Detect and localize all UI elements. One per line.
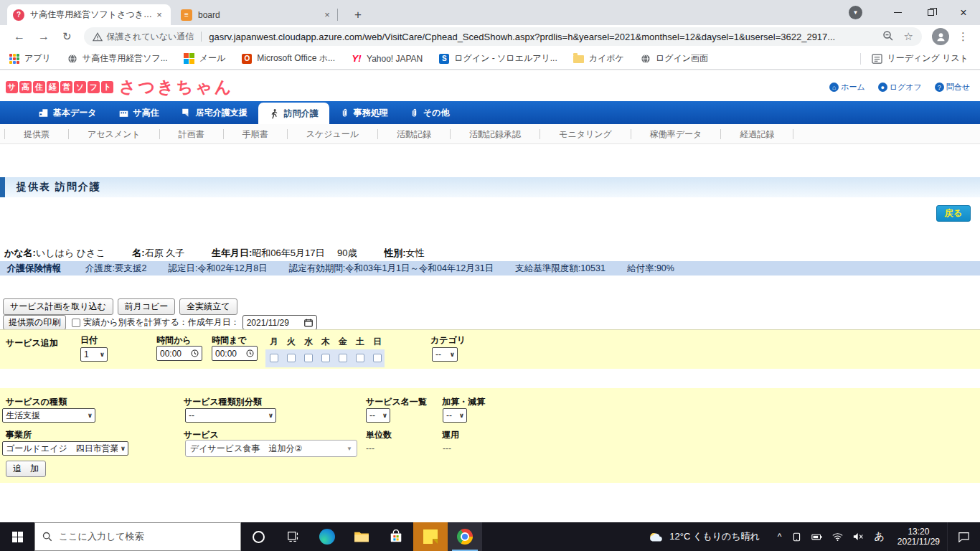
taskbar-search-input[interactable]: ここに入力して検索	[34, 522, 241, 551]
minimize-button[interactable]	[881, 0, 914, 25]
zoom-out-icon[interactable]	[882, 30, 894, 44]
cortana-button[interactable]	[241, 522, 275, 551]
created-date-input[interactable]: 2021/11/29	[242, 315, 317, 330]
weather-widget[interactable]: 12°C くもりのち晴れ	[648, 530, 760, 543]
print-button[interactable]: 提供票の印刷	[3, 315, 66, 330]
subnav-keikakiroku[interactable]: 経過記録	[721, 129, 793, 139]
sub-nav: 提供票 アセスメント 計画書 手順書 スケジュール 活動記録 活動記録承認 モニ…	[0, 124, 980, 144]
bookmark-apps[interactable]: アプリ	[9, 52, 51, 65]
subnav-monitoring[interactable]: モニタリング	[540, 129, 631, 139]
logoff-link[interactable]: ● ログオフ	[878, 82, 922, 93]
subnav-keikakusho[interactable]: 計画書	[160, 129, 224, 139]
reading-list-button[interactable]: リーディング リスト	[871, 52, 969, 65]
ime-indicator[interactable]: あ	[875, 530, 885, 543]
subnav-schedule[interactable]: スケジュール	[288, 129, 378, 139]
office-select[interactable]: ゴールドエイジ 四日市営業所 ∨	[2, 441, 128, 456]
url-text[interactable]: gasrv.japanwest.cloudapp.azure.com/web/V…	[209, 32, 876, 42]
subnav-kiroku-shonin[interactable]: 活動記録承認	[451, 129, 540, 139]
weekday-thu-checkbox[interactable]	[321, 354, 330, 362]
calc-checkbox[interactable]	[72, 319, 80, 327]
prev-month-copy-button[interactable]: 前月コピー	[118, 298, 176, 315]
add-button[interactable]: 追 加	[6, 461, 46, 477]
reload-icon[interactable]: ↻	[62, 30, 72, 43]
inquiry-link[interactable]: ? 問合せ	[935, 82, 970, 93]
bookmark-satsuki[interactable]: サ高住専用経営ソフ...	[67, 52, 168, 65]
name-value: 石原 久子	[145, 248, 185, 258]
file-explorer-button[interactable]	[344, 522, 379, 551]
browser-tab-active[interactable]: ? サ高住専用経営ソフトさつきちゃん ×	[7, 4, 171, 25]
weekday-mon-checkbox[interactable]	[270, 354, 278, 362]
close-button[interactable]: ×	[947, 0, 980, 25]
logo-square: フ	[88, 81, 100, 93]
chrome-button[interactable]	[448, 522, 482, 551]
not-secure-icon[interactable]	[93, 32, 103, 42]
subnav-tejunsho[interactable]: 手順書	[224, 129, 288, 139]
nav-home-care-support[interactable]: 居宅介護支援	[170, 101, 258, 124]
nav-sakoju[interactable]: サ高住	[108, 101, 170, 124]
security-label[interactable]: 保護されていない通信	[107, 31, 194, 43]
task-view-button[interactable]	[275, 522, 310, 551]
nav-visit-care-active[interactable]: 訪問介護	[258, 103, 329, 124]
tray-device-icon[interactable]	[792, 532, 801, 542]
start-button[interactable]	[0, 522, 34, 551]
addsub-label: 加算・減算	[442, 396, 485, 408]
import-service-plan-button[interactable]: サービス計画を取り込む	[3, 298, 113, 315]
weekday-fri-checkbox[interactable]	[339, 354, 347, 362]
category-select[interactable]: -- ∨	[432, 347, 458, 362]
tray-wifi-icon[interactable]	[832, 532, 843, 541]
home-label: ホーム	[841, 82, 865, 93]
weekday-sun-checkbox[interactable]	[373, 354, 382, 362]
edge-button[interactable]	[310, 522, 344, 551]
date-select[interactable]: 1 ∨	[80, 347, 108, 362]
nav-basic-data[interactable]: 基本データ	[27, 101, 108, 124]
profile-avatar[interactable]	[932, 28, 949, 45]
forward-icon[interactable]: →	[38, 30, 50, 43]
ms-store-button[interactable]	[379, 522, 413, 551]
service-name-list-select[interactable]: -- ∨	[366, 408, 390, 423]
new-tab-button[interactable]: +	[349, 6, 367, 24]
bookmark-yahoo[interactable]: Y! Yahoo! JAPAN	[351, 53, 423, 65]
weekday-sat-checkbox[interactable]	[356, 354, 364, 362]
service-add-title: サービス追加	[6, 337, 58, 349]
bookmark-office[interactable]: O Microsoft Office ホ...	[241, 52, 335, 65]
subnav-kadoritsu[interactable]: 稼働率データ	[631, 129, 722, 139]
bookmark-mail[interactable]: メール	[184, 52, 226, 65]
addsub-select[interactable]: -- ∨	[443, 408, 467, 423]
weekday-tue-checkbox[interactable]	[287, 354, 296, 362]
bookmark-login[interactable]: ログイン画面	[640, 52, 708, 65]
all-results-button[interactable]: 全実績立て	[179, 298, 237, 315]
subnav-katsudokiroku[interactable]: 活動記録	[378, 129, 451, 139]
subnav-assessment[interactable]: アセスメント	[69, 129, 160, 139]
restore-button[interactable]	[914, 0, 947, 25]
time-from-input[interactable]: 00:00	[156, 346, 202, 361]
tab-close-icon[interactable]: ×	[321, 9, 333, 21]
sticky-notes-button[interactable]	[413, 522, 448, 551]
service-combobox[interactable]: デイサービス食事 追加分② ▼	[185, 440, 357, 457]
browser-tab-board[interactable]: ≡ board ×	[175, 4, 339, 25]
back-button[interactable]: 戻る	[936, 205, 971, 222]
back-icon[interactable]: ←	[14, 30, 25, 43]
service-type-select[interactable]: 生活支援 ∨	[2, 408, 95, 423]
taskbar-clock[interactable]: 13:20 2021/11/29	[897, 527, 940, 547]
time-to-input[interactable]: 00:00	[212, 346, 258, 361]
nav-office-work[interactable]: 事務処理	[329, 101, 399, 124]
chrome-update-icon[interactable]: ▼	[849, 6, 862, 19]
tab-close-icon[interactable]: ×	[154, 9, 165, 21]
certification-date: 認定日:令和02年12月8日	[168, 263, 267, 275]
tray-battery-icon[interactable]	[811, 533, 822, 541]
bookmark-star-icon[interactable]: ☆	[904, 30, 913, 43]
service-class-select[interactable]: -- ∨	[185, 408, 276, 423]
weekday-wed-checkbox[interactable]	[304, 354, 313, 362]
service-class-value: --	[189, 410, 194, 420]
tray-volume-muted-icon[interactable]	[853, 532, 864, 541]
omnibox[interactable]: 保護されていない通信 gasrv.japanwest.cloudapp.azur…	[84, 27, 922, 46]
subnav-teikyohyo[interactable]: 提供票	[4, 129, 69, 139]
bookmark-kaipoke[interactable]: カイポケ	[573, 52, 624, 65]
browser-menu-icon[interactable]: ⋮	[958, 30, 969, 43]
home-link[interactable]: ⌂ ホーム	[829, 82, 865, 93]
tray-expand-icon[interactable]: ^	[778, 532, 782, 542]
site-logo[interactable]: サ 高 住 経 営 ソ フ ト さつきちゃん	[6, 76, 233, 98]
bookmark-soloel[interactable]: S ログイン - ソロエルアリ...	[438, 52, 557, 65]
nav-others[interactable]: その他	[399, 101, 461, 124]
action-center-button[interactable]	[947, 522, 980, 551]
